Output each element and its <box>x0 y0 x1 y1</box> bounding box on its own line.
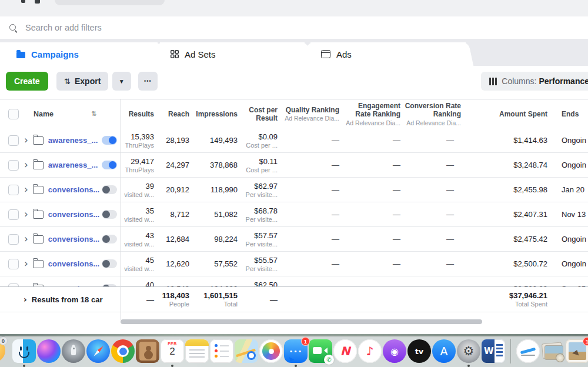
browser-tab-remnant[interactable] <box>55 0 165 5</box>
header-quality-ranking[interactable]: Quality RankingAd Relevance Dia... <box>282 99 344 129</box>
ends-cell: Ongoin <box>552 128 588 152</box>
dock-maps[interactable] <box>235 339 258 363</box>
dock-finder[interactable] <box>12 339 36 363</box>
dock-launchpad[interactable] <box>62 339 85 363</box>
amount-spent-cell: $2,407.31 <box>466 202 552 226</box>
dock-reminders[interactable] <box>210 339 233 363</box>
sort-icon[interactable]: ⇅ <box>91 110 96 118</box>
export-button[interactable]: ⇅Export <box>56 72 108 91</box>
header-impressions[interactable]: Impressions <box>194 99 242 129</box>
expand-chevron-icon[interactable]: › <box>24 209 28 219</box>
campaign-name-link[interactable]: awareness_... <box>48 161 99 169</box>
dock-messages[interactable]: •••1 <box>284 339 308 363</box>
dock-appstore[interactable]: A <box>432 339 456 363</box>
dock-icons: FEB2•••1✆N♪◉tvA⚙W1 <box>12 339 588 363</box>
expand-chevron-icon[interactable]: › <box>24 135 28 145</box>
campaign-toggle[interactable] <box>102 185 117 194</box>
campaign-toggle[interactable] <box>102 259 117 268</box>
dock-notes[interactable] <box>185 339 209 363</box>
select-all-checkbox[interactable] <box>8 109 19 119</box>
dock-mail[interactable]: 1 <box>566 339 588 363</box>
campaign-toggle[interactable] <box>102 136 117 145</box>
table-row[interactable]: › conversions... 35visited w... 8,712 51… <box>0 202 588 227</box>
row-checkbox[interactable] <box>8 160 19 171</box>
columns-button[interactable]: Columns: Performance <box>481 72 588 91</box>
ad-sets-grid-icon <box>171 50 179 58</box>
summary-label-cell[interactable]: › Results from 18 car <box>0 287 121 312</box>
finder-icon <box>12 339 36 363</box>
dock-music[interactable]: ♪ <box>358 339 382 363</box>
dock-news[interactable]: N <box>333 339 357 363</box>
campaign-toggle[interactable] <box>102 161 117 169</box>
results-cell: 15,393ThruPlays <box>121 128 159 152</box>
expand-chevron-icon[interactable]: › <box>24 160 28 170</box>
dock-preferences[interactable]: ⚙ <box>457 339 480 363</box>
chrome-icon <box>111 339 135 363</box>
tab-campaigns[interactable]: Campaigns <box>0 42 158 66</box>
row-checkbox[interactable] <box>8 259 19 269</box>
table-row[interactable]: › conversions... 43visited w... 12,684 9… <box>0 227 588 252</box>
ends-cell: Ongoin <box>552 252 588 276</box>
table-row[interactable]: › conversions... 40visited w... 12,548 1… <box>0 276 588 286</box>
header-amount-spent[interactable]: Amount Spent <box>466 99 552 129</box>
campaign-name-link[interactable]: conversions... <box>48 235 99 243</box>
reach-cell: 20,912 <box>159 178 194 202</box>
header-reach[interactable]: Reach <box>159 99 194 129</box>
impressions-cell: 149,493 <box>194 128 242 152</box>
header-ends[interactable]: Ends <box>552 99 588 129</box>
campaign-name-link[interactable]: conversions... <box>48 185 99 194</box>
more-options-button[interactable]: ••• <box>138 72 157 91</box>
ads-window-icon <box>321 50 330 58</box>
dock-preview[interactable] <box>516 339 540 363</box>
impressions-cell: 378,868 <box>194 153 242 177</box>
table-row[interactable]: › awareness_... 15,393ThruPlays 28,193 1… <box>0 128 588 153</box>
amount-spent-cell: $2,475.42 <box>466 227 552 251</box>
campaign-name-link[interactable]: conversions... <box>48 210 99 219</box>
row-checkbox[interactable] <box>8 234 19 245</box>
expand-chevron-icon[interactable]: › <box>24 185 28 195</box>
row-checkbox[interactable] <box>8 185 19 195</box>
table-row[interactable]: › conversions... 45visited w... 12,620 5… <box>0 252 588 276</box>
conversion-ranking-cell: — <box>405 153 466 177</box>
table-row[interactable]: › conversions... 39visited w... 20,912 1… <box>0 178 588 202</box>
row-checkbox[interactable] <box>8 135 19 146</box>
cost-per-result-cell: $0.11Cost per ... <box>242 153 282 177</box>
create-button[interactable]: Create <box>6 72 48 91</box>
calendar-day-label: 2 <box>161 346 184 358</box>
export-dropdown-button[interactable]: ▼ <box>112 72 131 91</box>
header-conversion-ranking[interactable]: Conversion Rate RankingAd Relevance Dia.… <box>405 99 466 129</box>
dock-facetime[interactable]: ✆ <box>309 339 332 363</box>
amount-spent-cell: $2,500.00 <box>466 276 552 286</box>
dock-contacts[interactable] <box>136 339 159 363</box>
dock-siri[interactable] <box>37 339 61 363</box>
dock-word[interactable]: W <box>482 339 505 363</box>
tab-ads[interactable]: Ads <box>310 42 466 66</box>
campaign-toggle[interactable] <box>102 210 117 219</box>
expand-chevron-icon[interactable]: › <box>24 234 28 244</box>
dock-calendar[interactable]: FEB2 <box>161 339 184 363</box>
search-input[interactable] <box>24 22 588 33</box>
toolbar: Create ⇅Export ▼ ••• Columns: Performanc… <box>6 72 588 91</box>
tab-ad-sets[interactable]: Ad Sets <box>160 42 305 66</box>
dock-screenshot[interactable] <box>541 339 564 363</box>
dock-safari[interactable] <box>86 339 110 363</box>
conversion-ranking-cell: — <box>405 276 466 286</box>
header-engagement-ranking[interactable]: Engagement Rate RankingAd Relevance Dia.… <box>344 99 405 129</box>
dock-photos[interactable] <box>259 339 283 363</box>
cost-per-result-cell: $62.50Per visite... <box>242 276 282 286</box>
campaign-name-link[interactable]: awareness_... <box>48 136 99 145</box>
header-results[interactable]: Results <box>121 99 159 129</box>
expand-chevron-icon[interactable]: › <box>24 259 28 269</box>
row-checkbox[interactable] <box>8 209 19 220</box>
header-cost-per-result[interactable]: Cost per Result <box>242 99 282 129</box>
preview-icon <box>516 339 540 363</box>
summary-amount: $37,946.21Total Spent <box>466 287 552 312</box>
campaign-toggle[interactable] <box>102 235 117 243</box>
dock-chrome[interactable] <box>111 339 135 363</box>
folder-icon <box>33 211 44 219</box>
dock-podcasts[interactable]: ◉ <box>383 339 406 363</box>
table-row[interactable]: › awareness_... 29,417ThruPlays 24,297 3… <box>0 153 588 178</box>
campaign-name-link[interactable]: conversions... <box>48 259 99 268</box>
dock-appletv[interactable]: tv <box>407 339 431 363</box>
horizontal-scrollbar[interactable] <box>121 319 482 324</box>
